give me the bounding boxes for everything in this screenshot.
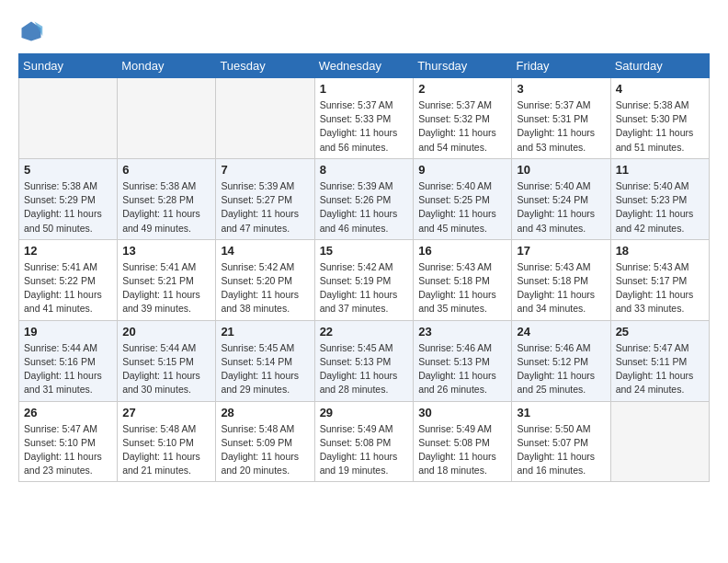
weekday-header-wednesday: Wednesday [314,54,414,78]
page-header [18,18,710,44]
calendar-cell: 20Sunrise: 5:44 AM Sunset: 5:15 PM Dayli… [118,320,216,401]
day-number: 4 [616,82,704,96]
calendar-cell [118,78,216,159]
calendar-week-5: 26Sunrise: 5:47 AM Sunset: 5:10 PM Dayli… [19,401,710,482]
day-info: Sunrise: 5:43 AM Sunset: 5:18 PM Dayligh… [418,260,506,316]
day-number: 1 [320,82,409,96]
day-number: 31 [517,406,605,419]
day-info: Sunrise: 5:37 AM Sunset: 5:33 PM Dayligh… [320,98,409,155]
day-number: 9 [418,163,506,177]
day-number: 7 [221,163,309,177]
calendar-cell: 24Sunrise: 5:46 AM Sunset: 5:12 PM Dayli… [512,320,610,401]
calendar-cell: 29Sunrise: 5:49 AM Sunset: 5:08 PM Dayli… [314,401,414,482]
calendar-cell: 3Sunrise: 5:37 AM Sunset: 5:31 PM Daylig… [512,78,610,159]
calendar-week-2: 5Sunrise: 5:38 AM Sunset: 5:29 PM Daylig… [19,158,710,239]
calendar-cell: 11Sunrise: 5:40 AM Sunset: 5:23 PM Dayli… [610,158,709,239]
day-number: 15 [320,244,409,258]
day-info: Sunrise: 5:43 AM Sunset: 5:17 PM Dayligh… [616,260,704,316]
calendar-cell [19,78,118,159]
calendar-cell [610,401,709,482]
calendar-cell: 23Sunrise: 5:46 AM Sunset: 5:13 PM Dayli… [414,320,512,401]
day-info: Sunrise: 5:47 AM Sunset: 5:11 PM Dayligh… [616,341,704,397]
day-number: 11 [616,163,704,177]
calendar-cell: 31Sunrise: 5:50 AM Sunset: 5:07 PM Dayli… [512,401,610,482]
calendar-body: 1Sunrise: 5:37 AM Sunset: 5:33 PM Daylig… [19,78,710,482]
day-number: 18 [616,244,704,258]
day-info: Sunrise: 5:37 AM Sunset: 5:32 PM Dayligh… [418,98,506,155]
calendar-header: SundayMondayTuesdayWednesdayThursdayFrid… [19,54,710,78]
day-info: Sunrise: 5:48 AM Sunset: 5:09 PM Dayligh… [221,422,309,478]
day-info: Sunrise: 5:40 AM Sunset: 5:23 PM Dayligh… [616,179,704,236]
day-number: 25 [616,325,704,339]
day-info: Sunrise: 5:42 AM Sunset: 5:20 PM Dayligh… [221,260,309,316]
calendar-cell: 14Sunrise: 5:42 AM Sunset: 5:20 PM Dayli… [216,239,314,320]
day-info: Sunrise: 5:49 AM Sunset: 5:08 PM Dayligh… [320,422,409,478]
day-number: 23 [418,325,506,339]
calendar-cell: 12Sunrise: 5:41 AM Sunset: 5:22 PM Dayli… [19,239,118,320]
calendar-cell: 10Sunrise: 5:40 AM Sunset: 5:24 PM Dayli… [512,158,610,239]
logo-icon [18,18,44,44]
calendar-week-3: 12Sunrise: 5:41 AM Sunset: 5:22 PM Dayli… [19,239,710,320]
day-info: Sunrise: 5:41 AM Sunset: 5:21 PM Dayligh… [122,260,210,316]
calendar-cell: 6Sunrise: 5:38 AM Sunset: 5:28 PM Daylig… [118,158,216,239]
calendar-cell: 8Sunrise: 5:39 AM Sunset: 5:26 PM Daylig… [314,158,414,239]
day-number: 3 [517,82,605,96]
logo [18,18,48,44]
day-info: Sunrise: 5:44 AM Sunset: 5:16 PM Dayligh… [24,341,112,397]
weekday-header-sunday: Sunday [19,54,118,78]
calendar-week-4: 19Sunrise: 5:44 AM Sunset: 5:16 PM Dayli… [19,320,710,401]
calendar-cell: 19Sunrise: 5:44 AM Sunset: 5:16 PM Dayli… [19,320,118,401]
day-info: Sunrise: 5:39 AM Sunset: 5:27 PM Dayligh… [221,179,309,236]
day-number: 30 [418,406,506,419]
calendar-cell: 1Sunrise: 5:37 AM Sunset: 5:33 PM Daylig… [314,78,414,159]
calendar-cell: 15Sunrise: 5:42 AM Sunset: 5:19 PM Dayli… [314,239,414,320]
calendar-cell: 22Sunrise: 5:45 AM Sunset: 5:13 PM Dayli… [314,320,414,401]
day-number: 6 [122,163,210,177]
day-info: Sunrise: 5:45 AM Sunset: 5:13 PM Dayligh… [320,341,409,397]
weekday-header-monday: Monday [118,54,216,78]
day-number: 16 [418,244,506,258]
day-number: 13 [122,244,210,258]
weekday-header-saturday: Saturday [610,54,709,78]
calendar-cell: 18Sunrise: 5:43 AM Sunset: 5:17 PM Dayli… [610,239,709,320]
weekday-header-row: SundayMondayTuesdayWednesdayThursdayFrid… [19,54,710,78]
day-number: 8 [320,163,409,177]
day-number: 10 [517,163,605,177]
weekday-header-friday: Friday [512,54,610,78]
day-number: 20 [122,325,210,339]
day-number: 14 [221,244,309,258]
calendar-cell: 27Sunrise: 5:48 AM Sunset: 5:10 PM Dayli… [118,401,216,482]
day-info: Sunrise: 5:45 AM Sunset: 5:14 PM Dayligh… [221,341,309,397]
day-number: 19 [24,325,112,339]
day-number: 28 [221,406,309,419]
day-info: Sunrise: 5:46 AM Sunset: 5:12 PM Dayligh… [517,341,605,397]
calendar-cell: 4Sunrise: 5:38 AM Sunset: 5:30 PM Daylig… [610,78,709,159]
day-info: Sunrise: 5:42 AM Sunset: 5:19 PM Dayligh… [320,260,409,316]
day-info: Sunrise: 5:47 AM Sunset: 5:10 PM Dayligh… [24,422,112,478]
calendar-cell: 2Sunrise: 5:37 AM Sunset: 5:32 PM Daylig… [414,78,512,159]
day-number: 17 [517,244,605,258]
calendar-cell: 5Sunrise: 5:38 AM Sunset: 5:29 PM Daylig… [19,158,118,239]
calendar-table: SundayMondayTuesdayWednesdayThursdayFrid… [18,53,710,482]
day-info: Sunrise: 5:49 AM Sunset: 5:08 PM Dayligh… [418,422,506,478]
calendar-cell: 13Sunrise: 5:41 AM Sunset: 5:21 PM Dayli… [118,239,216,320]
calendar-cell: 26Sunrise: 5:47 AM Sunset: 5:10 PM Dayli… [19,401,118,482]
day-info: Sunrise: 5:46 AM Sunset: 5:13 PM Dayligh… [418,341,506,397]
day-number: 27 [122,406,210,419]
day-number: 12 [24,244,112,258]
day-info: Sunrise: 5:38 AM Sunset: 5:28 PM Dayligh… [122,179,210,236]
day-info: Sunrise: 5:40 AM Sunset: 5:24 PM Dayligh… [517,179,605,236]
day-info: Sunrise: 5:44 AM Sunset: 5:15 PM Dayligh… [122,341,210,397]
day-info: Sunrise: 5:37 AM Sunset: 5:31 PM Dayligh… [517,98,605,155]
calendar-week-1: 1Sunrise: 5:37 AM Sunset: 5:33 PM Daylig… [19,78,710,159]
day-info: Sunrise: 5:41 AM Sunset: 5:22 PM Dayligh… [24,260,112,316]
day-info: Sunrise: 5:39 AM Sunset: 5:26 PM Dayligh… [320,179,409,236]
calendar-cell: 30Sunrise: 5:49 AM Sunset: 5:08 PM Dayli… [414,401,512,482]
calendar-cell: 7Sunrise: 5:39 AM Sunset: 5:27 PM Daylig… [216,158,314,239]
day-info: Sunrise: 5:43 AM Sunset: 5:18 PM Dayligh… [517,260,605,316]
calendar-cell: 25Sunrise: 5:47 AM Sunset: 5:11 PM Dayli… [610,320,709,401]
day-info: Sunrise: 5:38 AM Sunset: 5:30 PM Dayligh… [616,98,704,155]
weekday-header-thursday: Thursday [414,54,512,78]
day-number: 26 [24,406,112,419]
calendar-cell [216,78,314,159]
